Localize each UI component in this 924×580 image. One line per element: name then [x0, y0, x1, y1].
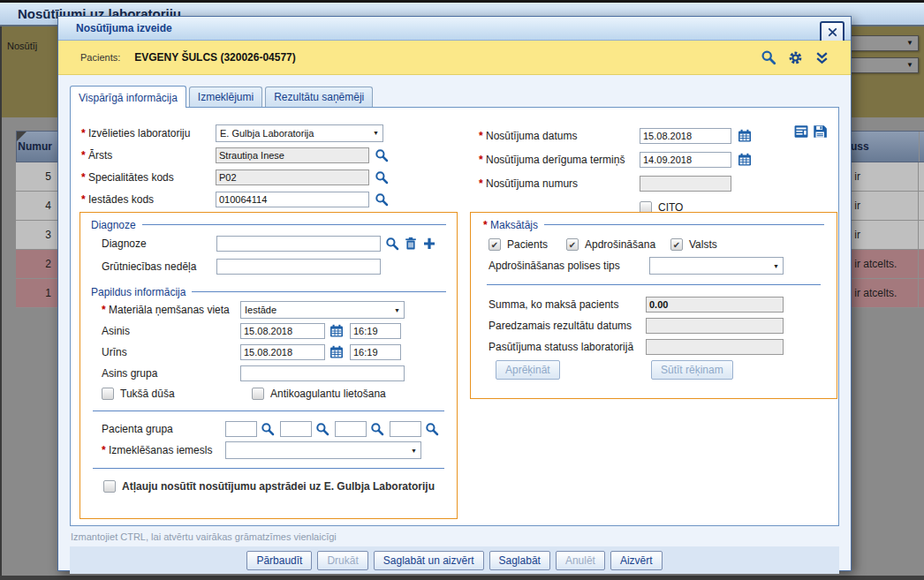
tab-panel: Izvēlieties laboratoriju E. Gulbja Labor… — [70, 107, 839, 526]
ctrl-hint-text: Izmantojiet CTRL, lai atvērtu vairākas g… — [71, 531, 838, 542]
referral-number-field[interactable] — [640, 176, 731, 192]
exam-reason-label: Izmeklēšanas iemesls — [102, 444, 225, 456]
section-divider — [487, 284, 821, 285]
search-icon[interactable] — [261, 422, 275, 436]
print-button[interactable]: Drukāt — [317, 551, 367, 570]
calendar-icon[interactable] — [329, 345, 344, 359]
search-icon[interactable] — [761, 49, 776, 65]
double-chevron-down-icon[interactable] — [814, 50, 829, 65]
patient-sum-label: Summa, ko maksā pacients — [489, 298, 646, 311]
search-icon[interactable] — [370, 422, 384, 436]
calendar-icon[interactable] — [329, 324, 344, 338]
payer-state-checkbox[interactable] — [670, 238, 683, 251]
search-icon[interactable] — [315, 422, 329, 436]
tab-rezultatu-sanemeji[interactable]: Rezultātu saņēmēji — [265, 87, 373, 107]
patient-group-label: Pacienta grupa — [102, 423, 225, 435]
urine-label: Urīns — [102, 346, 240, 358]
search-icon[interactable] — [375, 192, 389, 207]
payer-insurance-checkbox[interactable] — [566, 238, 579, 251]
anticoagulant-label: Antikoagulantu lietošana — [270, 388, 386, 400]
validity-date-field[interactable] — [640, 152, 731, 168]
row-number: 1 — [16, 287, 51, 299]
verify-button[interactable]: Pārbaudīt — [246, 551, 312, 570]
validity-date-label: Nosūtījuma derīguma termiņš — [479, 154, 640, 166]
calendar-icon[interactable] — [738, 129, 752, 143]
payer-box: Maksātājs Pacients Apdrošināšana Valsts — [470, 212, 837, 399]
window-bottom-edge — [0, 576, 924, 580]
allow-processing-checkbox[interactable] — [103, 480, 116, 493]
diagnosis-field[interactable] — [216, 236, 381, 252]
doctor-label: Ārsts — [81, 149, 216, 162]
fasting-checkbox[interactable] — [102, 388, 114, 400]
tab-visparga-informacija[interactable]: Vispārīgā informācija — [70, 86, 186, 108]
lab-label: Izvēlieties laboratoriju — [81, 127, 216, 139]
save-button[interactable]: Saglabāt — [489, 551, 550, 570]
material-place-select[interactable]: Iestāde▼ — [240, 301, 405, 319]
allow-processing-label: Atļauju nosūtīt nosūtījumu apstrādei uz … — [122, 480, 435, 493]
modal-title: Nosūtījuma izveide — [76, 22, 172, 34]
material-place-label: Materiāla ņemšanas vieta — [102, 304, 240, 316]
speciality-code-label: Specialitātes kods — [81, 171, 216, 184]
row-status: s ir — [844, 221, 919, 249]
expected-results-field[interactable] — [646, 318, 784, 334]
blood-date-field[interactable] — [240, 323, 325, 339]
search-icon[interactable] — [375, 170, 389, 185]
payer-legend: Maksātājs — [483, 219, 538, 231]
speciality-code-field[interactable] — [216, 169, 369, 185]
referral-date-field[interactable] — [640, 128, 731, 144]
lab-select[interactable]: E. Gulbja Laboratorija▼ — [216, 124, 383, 142]
payer-patient-label: Pacients — [507, 238, 548, 251]
urine-time-field[interactable] — [350, 344, 401, 360]
exam-reason-select[interactable]: ▼ — [225, 441, 421, 459]
blood-time-field[interactable] — [350, 323, 401, 339]
institution-code-label: Iestādes kods — [81, 193, 216, 206]
additional-info-legend: Papildus informācija — [91, 286, 186, 298]
modal-button-bar: Pārbaudīt Drukāt Saglabāt un aizvērt Sag… — [70, 546, 839, 574]
background-dropdown-1[interactable]: ▼ — [844, 35, 919, 51]
row-status: s ir — [844, 192, 919, 220]
urine-date-field[interactable] — [240, 344, 325, 360]
lab-order-status-label: Pasūtījuma statuss laboratorijā — [489, 341, 646, 353]
row-status: s ir atcelts. — [844, 250, 919, 278]
patient-group-field-3[interactable] — [335, 421, 367, 437]
referral-number-label: Nosūtījuma numurs — [479, 177, 640, 190]
legend-rule — [142, 224, 446, 225]
row-number: 5 — [16, 170, 51, 183]
lab-order-status-field[interactable] — [646, 339, 784, 355]
patient-group-field-4[interactable] — [390, 421, 421, 437]
doctor-field[interactable] — [216, 147, 369, 163]
referral-date-label: Nosūtījuma datums — [479, 130, 640, 142]
search-icon[interactable] — [425, 422, 439, 436]
row-status: s ir atcelts. — [844, 279, 919, 307]
policy-type-select[interactable]: ▼ — [649, 257, 784, 275]
anticoagulant-checkbox[interactable] — [252, 388, 264, 400]
search-icon[interactable] — [375, 148, 389, 162]
tab-izmeklejumi[interactable]: Izmeklējumi — [189, 87, 262, 107]
patient-group-field-2[interactable] — [280, 421, 312, 437]
save-and-close-button[interactable]: Saglabāt un aizvērt — [374, 551, 484, 570]
background-dropdown-2[interactable]: ▼ — [844, 57, 919, 73]
patient-group-field-1[interactable] — [225, 421, 257, 437]
calculate-button[interactable]: Aprēķināt — [496, 360, 560, 380]
search-icon[interactable] — [385, 237, 399, 251]
institution-code-field[interactable] — [216, 192, 369, 207]
patient-sum-field[interactable] — [646, 297, 784, 313]
close-modal-button[interactable]: Aizvērt — [610, 551, 663, 570]
row-number: 3 — [16, 229, 51, 241]
diagnosis-legend: Diagnoze — [91, 219, 136, 231]
chevron-down-icon: ▼ — [773, 263, 779, 269]
gear-icon[interactable] — [788, 50, 803, 65]
report-icon[interactable] — [793, 124, 809, 139]
send-invoice-button[interactable]: Sūtīt rēķinam — [651, 360, 733, 380]
calendar-icon[interactable] — [738, 153, 752, 167]
cancel-button[interactable]: Anulēt — [556, 551, 605, 570]
save-icon[interactable] — [812, 124, 828, 139]
plus-icon[interactable] — [422, 237, 436, 251]
close-icon — [827, 26, 838, 38]
blood-group-field[interactable] — [240, 365, 405, 381]
row-number: 2 — [16, 258, 51, 270]
blood-label: Asinis — [102, 325, 240, 337]
pregnancy-week-field[interactable] — [216, 259, 381, 275]
trash-icon[interactable] — [404, 237, 418, 251]
payer-patient-checkbox[interactable] — [489, 238, 501, 251]
